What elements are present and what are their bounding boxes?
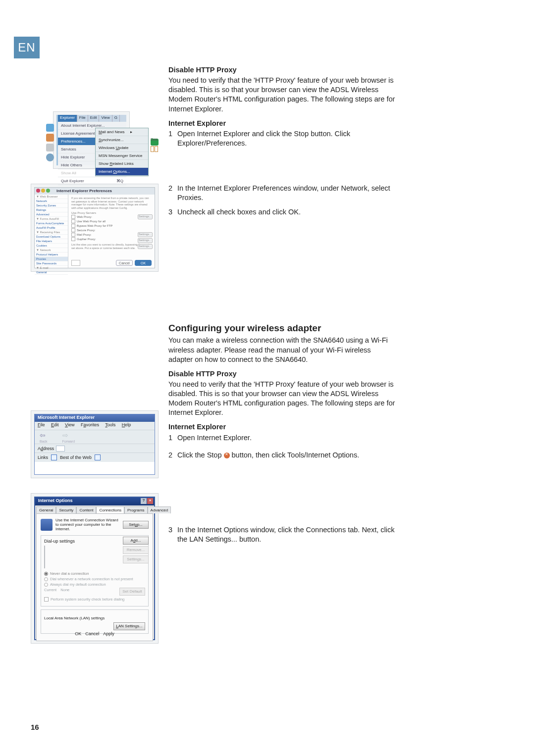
menu-view[interactable]: View bbox=[65, 422, 74, 427]
settings-button[interactable]: Settings... bbox=[138, 238, 153, 243]
menu-tools[interactable]: Tools bbox=[105, 422, 115, 427]
side-download[interactable]: Download Options bbox=[35, 235, 68, 239]
side-proxies[interactable]: Proxies bbox=[35, 257, 68, 261]
figure-ie-preferences: Internet Explorer Preferences ▼ Web Brow… bbox=[31, 184, 159, 272]
heading-ie-1: Internet Explorer bbox=[168, 119, 395, 128]
dd-sync[interactable]: Synchronize... bbox=[96, 136, 148, 144]
setup-button[interactable]: Setup... bbox=[123, 521, 149, 529]
checkbox[interactable] bbox=[71, 224, 75, 228]
mac-menubar: ExplorerFileEditViewG bbox=[58, 115, 126, 122]
radio-dial-when[interactable]: Dial whenever a network connection is no… bbox=[44, 577, 145, 581]
security-check[interactable]: Perform system security check before dia… bbox=[44, 597, 145, 602]
ie-menubar: File Edit View Favorites Tools Help bbox=[35, 422, 155, 430]
mac-dock-icons bbox=[46, 122, 56, 163]
dd-update[interactable]: Windows Update bbox=[96, 144, 148, 152]
step-2-1: Open Internet Explorer. bbox=[177, 433, 395, 443]
cancel-button[interactable]: Cancel bbox=[85, 631, 99, 636]
side-autofillprofile[interactable]: AutoFill Profile bbox=[35, 226, 68, 230]
tab-connections[interactable]: Connections bbox=[96, 506, 124, 513]
side-network[interactable]: Network bbox=[35, 199, 68, 203]
radio-always-dial[interactable]: Always dial my default connection bbox=[44, 582, 145, 587]
dd-related[interactable]: Show Related Links bbox=[96, 160, 148, 168]
dd-mail[interactable]: Mail and News ▸ bbox=[96, 128, 148, 136]
lan-label: Local Area Network (LAN) settings bbox=[44, 616, 145, 620]
lan-settings-button[interactable]: LAN Settings... bbox=[113, 622, 145, 630]
side-cookies[interactable]: Cookies bbox=[35, 244, 68, 248]
dd-msn[interactable]: MSN Messenger Service bbox=[96, 152, 148, 160]
para-proxy-intro-1: You need to verify that the 'HTTP Proxy'… bbox=[168, 76, 395, 114]
checkbox[interactable] bbox=[71, 237, 75, 241]
window-controls[interactable]: ?× bbox=[141, 498, 153, 504]
link-icon[interactable] bbox=[95, 454, 101, 460]
step-2-3: In the Internet Options window, click th… bbox=[177, 525, 395, 544]
step-2-2: Click the Stop button, then click Tools/… bbox=[177, 451, 395, 460]
set-default-button: Set Default bbox=[119, 588, 145, 596]
wizard-icon bbox=[41, 519, 53, 531]
step-1-3: Uncheck all check boxes and click OK. bbox=[177, 207, 395, 217]
para-configuring: You can make a wireless connection with … bbox=[168, 336, 395, 364]
use-all-row: Use Web Proxy for all bbox=[71, 219, 152, 223]
side-autocomplete[interactable]: Forms AutoComplete bbox=[35, 221, 68, 226]
ok-button[interactable]: OK bbox=[135, 260, 152, 266]
ie-navbar: ⇦Back ⇨Forward bbox=[35, 430, 155, 444]
ie-addressbar: Address bbox=[35, 444, 155, 453]
back-icon[interactable]: ⇦ bbox=[40, 431, 46, 439]
heading-disable-proxy-1: Disable HTTP Proxy bbox=[168, 65, 395, 75]
cancel-button[interactable]: Cancel bbox=[116, 260, 133, 266]
menu-help[interactable]: Help bbox=[122, 422, 131, 427]
side-sitepass[interactable]: Site Passwords bbox=[35, 261, 68, 266]
forward-icon: ⇨ bbox=[62, 431, 68, 439]
tab-advanced[interactable]: Advanced bbox=[148, 506, 171, 513]
side-helpers[interactable]: File Helpers bbox=[35, 239, 68, 244]
menu-edit[interactable]: Edit bbox=[51, 422, 59, 427]
stop-icon bbox=[224, 453, 230, 458]
side-security[interactable]: Security Zones bbox=[35, 203, 68, 208]
remove-button: Remove... bbox=[123, 546, 149, 554]
body-text: Disable HTTP Proxy You need to verify th… bbox=[168, 65, 395, 546]
figure-ie-tools-menu: Microsoft Internet Explorer File Edit Vi… bbox=[31, 410, 159, 478]
link-best[interactable]: Best of the Web bbox=[60, 455, 92, 460]
dialup-listbox[interactable] bbox=[44, 546, 45, 568]
help-dropdown[interactable] bbox=[71, 260, 80, 266]
side-ratings[interactable]: Ratings bbox=[35, 208, 68, 212]
step-1-1: Open Internet Explorer and click the Sto… bbox=[177, 129, 395, 148]
checkbox[interactable] bbox=[71, 233, 75, 237]
radio-never-dial[interactable]: Never dial a connection bbox=[44, 571, 145, 576]
window-controls[interactable] bbox=[36, 189, 50, 193]
tab-general[interactable]: General bbox=[36, 506, 56, 513]
settings-button[interactable]: Settings... bbox=[138, 214, 153, 219]
tab-programs[interactable]: Programs bbox=[124, 506, 148, 513]
tab-security[interactable]: Security bbox=[56, 506, 76, 513]
apply-button: Apply bbox=[103, 631, 114, 636]
ok-button[interactable]: OK bbox=[75, 631, 81, 636]
heading-ie-2: Internet Explorer bbox=[168, 422, 395, 432]
settings-button[interactable]: Settings... bbox=[138, 244, 153, 249]
language-tab: EN bbox=[14, 37, 40, 58]
side-protocol[interactable]: Protocol Helpers bbox=[35, 252, 68, 257]
checkbox[interactable] bbox=[71, 215, 75, 219]
ie-titlebar: Microsoft Internet Explorer bbox=[35, 414, 155, 422]
checkbox[interactable] bbox=[71, 219, 75, 223]
tools-dropdown: Mail and News ▸ Synchronize... Windows U… bbox=[95, 128, 149, 176]
checkbox[interactable] bbox=[71, 228, 75, 232]
side-general[interactable]: General bbox=[35, 270, 68, 275]
ie-linksbar: Links Best of the Web bbox=[35, 453, 155, 462]
settings-button[interactable]: Settings... bbox=[138, 232, 153, 237]
menu-file[interactable]: File bbox=[38, 422, 45, 427]
tab-content[interactable]: Content bbox=[76, 506, 96, 513]
wizard-text: Use the Internet Connection Wizard to co… bbox=[55, 518, 120, 531]
link-icon[interactable] bbox=[51, 454, 57, 460]
menu-quit[interactable]: Quit Explorer⌘Q bbox=[58, 177, 126, 185]
heading-disable-proxy-2: Disable HTTP Proxy bbox=[168, 369, 395, 379]
bypass-ftp-row: Bypass Web Proxy for FTP bbox=[71, 224, 152, 228]
dd-internet-options[interactable]: Internet Options... bbox=[96, 168, 148, 176]
menu-favorites[interactable]: Favorites bbox=[81, 422, 99, 427]
ioptions-tabs: General Security Content Connections Pro… bbox=[35, 505, 154, 513]
side-advanced[interactable]: Advanced bbox=[35, 212, 68, 217]
step-1-2: In the Internet Explorer Preferences win… bbox=[177, 184, 395, 202]
prefs-sidebar: ▼ Web Browser Network Security Zones Rat… bbox=[35, 195, 68, 268]
page-number: 16 bbox=[31, 723, 39, 731]
add-button[interactable]: Add... bbox=[123, 537, 149, 545]
address-input[interactable] bbox=[56, 446, 65, 452]
prefs-titlebar: Internet Explorer Preferences bbox=[35, 188, 155, 195]
